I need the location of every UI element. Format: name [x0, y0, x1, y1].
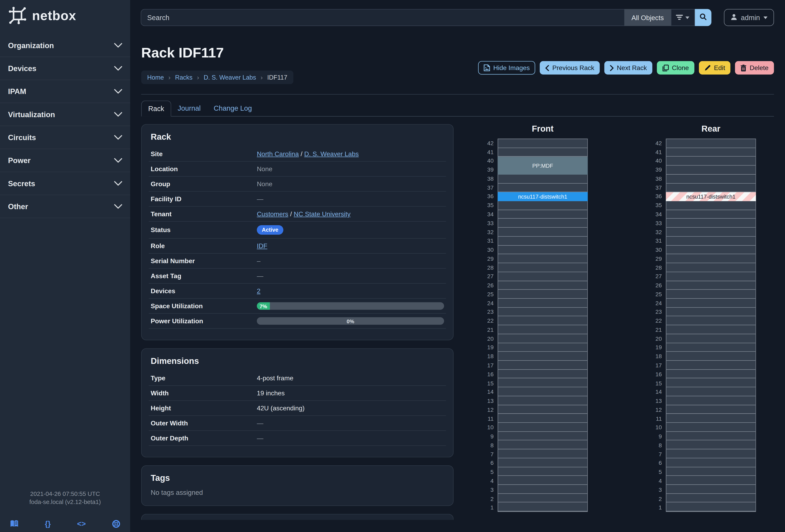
breadcrumb-item-d-s-weaver-labs[interactable]: D. S. Weaver Labs	[204, 74, 256, 81]
netbox-logo[interactable]: netbox	[0, 0, 130, 30]
rack-unit-slot-29[interactable]	[498, 255, 587, 263]
breadcrumb-item-racks[interactable]: Racks	[175, 74, 193, 81]
search-submit-button[interactable]	[695, 9, 711, 26]
rack-unit-slot-26[interactable]	[666, 281, 756, 290]
rack-unit-slot-7[interactable]	[666, 449, 756, 458]
rack-unit-slot-11[interactable]	[666, 414, 756, 423]
rack-device-ncsu117-distswitch1[interactable]: ncsu117-distswitch1	[666, 192, 756, 201]
rack-unit-slot-7[interactable]	[498, 449, 587, 458]
sidebar-item-power[interactable]: Power	[0, 149, 130, 172]
hide-images-button[interactable]: Hide Images	[478, 61, 535, 75]
rack-unit-slot-37[interactable]	[666, 183, 756, 192]
edit-button[interactable]: Edit	[699, 61, 731, 75]
link-north-carolina[interactable]: North Carolina	[257, 150, 299, 158]
rack-unit-slot-35[interactable]	[498, 201, 587, 210]
rack-unit-slot-24[interactable]	[498, 299, 587, 308]
rack-unit-slot-3[interactable]	[666, 485, 756, 494]
next-rack-button[interactable]: Next Rack	[604, 61, 652, 75]
rack-unit-slot-35[interactable]	[666, 201, 756, 210]
rack-unit-slot-14[interactable]	[666, 388, 756, 396]
rack-unit-slot-2[interactable]	[666, 494, 756, 503]
rack-unit-slot-28[interactable]	[666, 263, 756, 272]
rack-unit-slot-6[interactable]	[498, 458, 587, 467]
rack-unit-slot-5[interactable]	[666, 467, 756, 476]
rack-unit-slot-13[interactable]	[498, 396, 587, 405]
delete-button[interactable]: Delete	[735, 61, 774, 75]
rack-unit-slot-39[interactable]	[666, 166, 756, 175]
rack-unit-slot-31[interactable]	[498, 237, 587, 245]
breadcrumb-item-home[interactable]: Home	[147, 74, 164, 81]
rack-unit-slot-42[interactable]	[666, 139, 756, 148]
rack-unit-slot-9[interactable]	[666, 432, 756, 441]
rack-unit-slot-9[interactable]	[498, 432, 587, 441]
sidebar-item-organization[interactable]: Organization	[0, 34, 130, 57]
rack-unit-slot-42[interactable]	[498, 139, 587, 148]
sidebar-item-virtualization[interactable]: Virtualization	[0, 103, 130, 126]
rack-unit-slot-25[interactable]	[498, 290, 587, 299]
rack-unit-slot-11[interactable]	[498, 414, 587, 423]
rack-unit-slot-26[interactable]	[498, 281, 587, 290]
search-filter-dropdown[interactable]	[671, 9, 695, 26]
rack-unit-slot-18[interactable]	[666, 352, 756, 361]
rack-unit-slot-2[interactable]	[498, 494, 587, 503]
link-customers[interactable]: Customers	[257, 210, 288, 218]
rack-unit-slot-33[interactable]	[498, 219, 587, 228]
rack-unit-slot-6[interactable]	[666, 458, 756, 467]
search-input[interactable]	[141, 9, 624, 26]
clone-button[interactable]: Clone	[657, 61, 694, 75]
rack-unit-slot-18[interactable]	[498, 352, 587, 361]
link-idf[interactable]: IDF	[257, 242, 268, 250]
rack-unit-slot-17[interactable]	[666, 361, 756, 370]
rack-unit-slot-37[interactable]	[498, 183, 587, 192]
rack-unit-slot-8[interactable]	[498, 441, 587, 450]
rack-unit-slot-27[interactable]	[666, 272, 756, 281]
rack-unit-slot-23[interactable]	[498, 308, 587, 317]
docs-book-icon[interactable]	[10, 520, 19, 527]
user-menu-button[interactable]: admin	[724, 9, 774, 26]
rack-unit-slot-23[interactable]	[666, 308, 756, 317]
rack-unit-slot-21[interactable]	[498, 325, 587, 334]
rack-unit-slot-31[interactable]	[666, 237, 756, 245]
link-nc-state-university[interactable]: NC State University	[294, 210, 351, 218]
rack-unit-slot-32[interactable]	[498, 228, 587, 237]
rack-unit-slot-12[interactable]	[666, 405, 756, 414]
rack-unit-slot-14[interactable]	[498, 388, 587, 396]
sidebar-item-ipam[interactable]: IPAM	[0, 80, 130, 103]
sidebar-item-other[interactable]: Other	[0, 195, 130, 218]
rack-unit-slot-19[interactable]	[498, 343, 587, 352]
rack-unit-slot-25[interactable]	[666, 290, 756, 299]
rack-device-ncsu117-distswitch1[interactable]: ncsu117-distswitch1	[498, 192, 588, 201]
tab-rack[interactable]: Rack	[141, 101, 171, 116]
sidebar-item-circuits[interactable]: Circuits	[0, 126, 130, 149]
rack-unit-slot-12[interactable]	[498, 405, 587, 414]
sidebar-item-secrets[interactable]: Secrets	[0, 172, 130, 195]
rack-unit-slot-32[interactable]	[666, 228, 756, 237]
sidebar-item-devices[interactable]: Devices	[0, 57, 130, 80]
rack-unit-slot-41[interactable]	[666, 148, 756, 157]
rack-unit-slot-15[interactable]	[498, 378, 587, 388]
rack-unit-slot-1[interactable]	[666, 503, 756, 511]
rack-unit-slot-30[interactable]	[666, 245, 756, 255]
rack-unit-slot-30[interactable]	[498, 245, 587, 255]
rack-unit-slot-16[interactable]	[498, 370, 587, 378]
rack-unit-slot-22[interactable]	[498, 316, 587, 325]
rack-unit-slot-22[interactable]	[666, 316, 756, 325]
rack-device-pp-mdf[interactable]: PP:MDF	[498, 157, 588, 175]
support-lifering-icon[interactable]	[112, 520, 120, 528]
rack-unit-slot-34[interactable]	[666, 210, 756, 219]
rack-unit-slot-15[interactable]	[666, 378, 756, 388]
rack-unit-slot-38[interactable]	[498, 175, 587, 184]
rack-unit-slot-3[interactable]	[498, 485, 587, 494]
rack-unit-slot-10[interactable]	[666, 423, 756, 432]
rack-unit-slot-24[interactable]	[666, 299, 756, 308]
rack-unit-slot-21[interactable]	[666, 325, 756, 334]
rack-unit-slot-40[interactable]	[666, 157, 756, 166]
rack-unit-slot-1[interactable]	[498, 503, 587, 511]
rack-unit-slot-38[interactable]	[666, 175, 756, 184]
rack-unit-slot-41[interactable]	[498, 148, 587, 157]
tab-journal[interactable]: Journal	[171, 101, 207, 116]
api-braces-icon[interactable]: {}	[45, 520, 51, 528]
link-2[interactable]: 2	[257, 287, 260, 295]
rack-unit-slot-19[interactable]	[666, 343, 756, 352]
rack-unit-slot-34[interactable]	[498, 210, 587, 219]
